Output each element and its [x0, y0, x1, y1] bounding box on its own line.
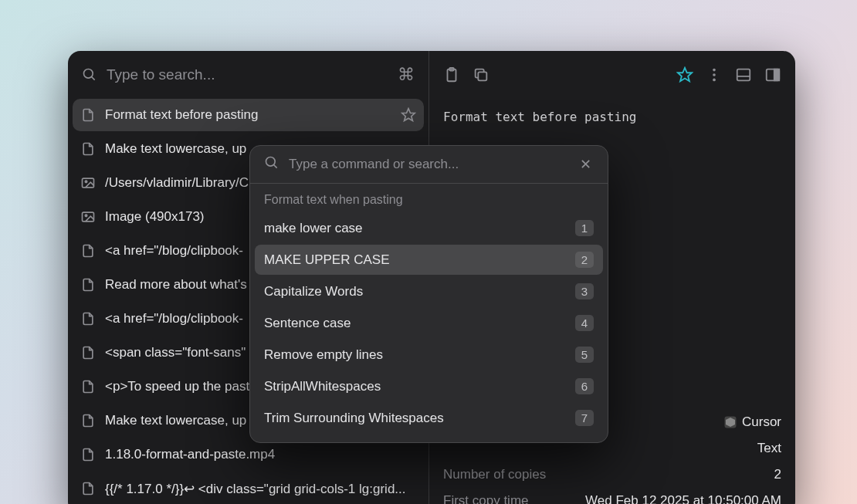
panel-right-icon[interactable]: [764, 66, 781, 83]
copies-value: 2: [774, 467, 781, 482]
panel-bottom-icon[interactable]: [735, 66, 752, 83]
svg-point-13: [713, 79, 716, 82]
palette-shortcut: 7: [575, 410, 594, 426]
palette-items: make lower case1MAKE UPPER CASE2Capitali…: [250, 211, 608, 442]
svg-point-0: [84, 69, 93, 79]
clip-item[interactable]: Format text before pasting: [73, 99, 424, 131]
search-input[interactable]: [107, 66, 398, 83]
palette-item-label: Capitalize Words: [264, 284, 575, 299]
file-icon: [80, 447, 96, 462]
svg-marker-2: [402, 109, 415, 121]
svg-point-11: [713, 69, 716, 72]
file-icon: [80, 277, 96, 293]
svg-line-1: [92, 77, 95, 80]
search-bar: ⌘: [68, 51, 428, 99]
clip-text: 1.18.0-format-and-paste.mp4: [105, 447, 416, 462]
first-copy-value: Wed Feb 12 2025 at 10:50:00 AM: [585, 493, 781, 504]
right-toolbar: [429, 51, 795, 99]
file-icon: [80, 379, 96, 394]
app-name: Cursor: [742, 414, 781, 430]
detail-copies-row: Number of copies 2: [443, 462, 781, 488]
app-icon: [723, 415, 737, 429]
svg-marker-10: [678, 68, 692, 81]
clip-item[interactable]: {{/* 1.17.0 */}}↩ <div class="grid grid-…: [73, 472, 424, 504]
type-value: Text: [757, 441, 781, 456]
palette-item[interactable]: StripAllWhitespaces6: [255, 371, 603, 401]
palette-item[interactable]: Remove empty lines5: [255, 340, 603, 370]
palette-item-label: MAKE UPPER CASE: [264, 252, 575, 268]
clipboard-icon[interactable]: [443, 66, 460, 83]
file-icon: [80, 107, 96, 123]
palette-item-label: StripAllWhitespaces: [264, 379, 575, 394]
palette-shortcut: 5: [575, 347, 594, 363]
svg-point-21: [266, 157, 276, 167]
palette-item-label: Remove empty lines: [264, 347, 575, 363]
palette-shortcut: 3: [575, 283, 594, 299]
file-icon: [80, 311, 96, 326]
palette-item[interactable]: Capitalize Words3: [255, 276, 603, 306]
svg-point-12: [713, 73, 716, 76]
copy-icon[interactable]: [473, 66, 489, 83]
image-icon: [80, 175, 96, 191]
copies-label: Number of copies: [443, 467, 546, 482]
palette-item-label: Trim Surrounding Whitespaces: [264, 411, 575, 426]
detail-first-copy-row: First copy time Wed Feb 12 2025 at 10:50…: [443, 488, 781, 504]
svg-point-6: [85, 215, 87, 217]
svg-rect-18: [774, 69, 779, 81]
search-icon: [264, 155, 279, 174]
more-icon[interactable]: [706, 66, 723, 83]
palette-section-title: Format text when pasting: [250, 184, 608, 211]
svg-rect-14: [737, 69, 750, 81]
star-icon[interactable]: [401, 107, 416, 123]
palette-search-input[interactable]: [289, 157, 577, 172]
clip-item[interactable]: 1.18.0-format-and-paste.mp4: [73, 438, 424, 471]
file-icon: [80, 413, 96, 428]
close-icon[interactable]: ✕: [577, 156, 594, 173]
palette-item-label: Sentence case: [264, 316, 575, 331]
palette-header: ✕: [250, 146, 608, 184]
image-icon: [80, 209, 96, 225]
file-icon: [80, 141, 96, 157]
file-icon: [80, 243, 96, 259]
clip-text: {{/* 1.17.0 */}}↩ <div class="grid grid-…: [105, 481, 416, 497]
first-copy-label: First copy time: [443, 493, 529, 504]
svg-point-4: [85, 181, 87, 183]
palette-shortcut: 4: [575, 315, 594, 331]
palette-shortcut: 1: [575, 220, 594, 236]
svg-rect-9: [478, 72, 486, 80]
clip-text: Format text before pasting: [105, 107, 401, 123]
star-icon[interactable]: [676, 66, 693, 83]
palette-item[interactable]: Sentence case4: [255, 308, 603, 338]
file-icon: [80, 345, 96, 360]
palette-item-label: make lower case: [264, 221, 575, 236]
command-shortcut: ⌘: [398, 65, 415, 85]
palette-shortcut: 6: [575, 378, 594, 394]
palette-item[interactable]: Trim Surrounding Whitespaces7: [255, 403, 603, 433]
palette-item[interactable]: MAKE UPPER CASE2: [255, 245, 603, 275]
palette-item[interactable]: make lower case1: [255, 213, 603, 243]
palette-shortcut: 2: [575, 252, 594, 268]
file-icon: [80, 481, 96, 496]
svg-line-22: [274, 165, 277, 168]
search-icon: [82, 67, 97, 83]
command-palette: ✕ Format text when pasting make lower ca…: [249, 145, 608, 443]
